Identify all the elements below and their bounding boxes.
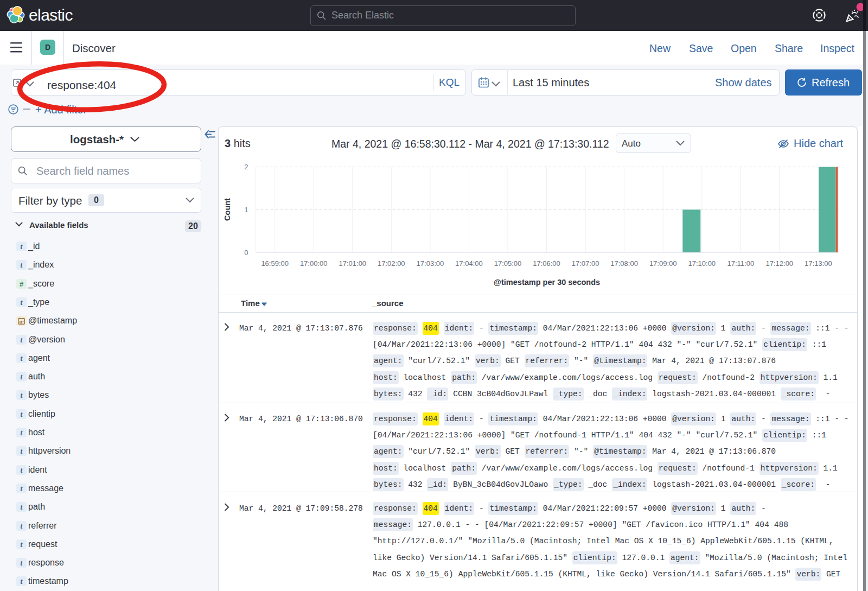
svg-text:17:01:00: 17:01:00 [339,259,366,268]
svg-text:17:08:00: 17:08:00 [610,259,638,268]
svg-text:1: 1 [244,206,248,214]
svg-text:@timestamp per 30 seconds: @timestamp per 30 seconds [494,278,600,287]
svg-text:17:05:00: 17:05:00 [494,259,522,268]
svg-text:17:11:00: 17:11:00 [727,259,754,268]
svg-text:17:07:00: 17:07:00 [572,259,599,268]
svg-text:17:03:00: 17:03:00 [417,259,444,268]
svg-text:0: 0 [244,249,248,257]
svg-text:17:00:00: 17:00:00 [300,259,328,268]
svg-text:17:10:00: 17:10:00 [688,259,716,268]
svg-text:16:59:00: 16:59:00 [261,259,289,268]
svg-text:17:09:00: 17:09:00 [649,259,677,268]
svg-text:2: 2 [244,163,248,171]
svg-text:17:02:00: 17:02:00 [378,259,405,268]
svg-text:17:04:00: 17:04:00 [455,259,483,268]
svg-text:Count: Count [223,198,232,221]
svg-text:17:06:00: 17:06:00 [533,259,560,268]
svg-text:17:13:00: 17:13:00 [805,259,832,268]
svg-text:17:12:00: 17:12:00 [765,259,793,268]
